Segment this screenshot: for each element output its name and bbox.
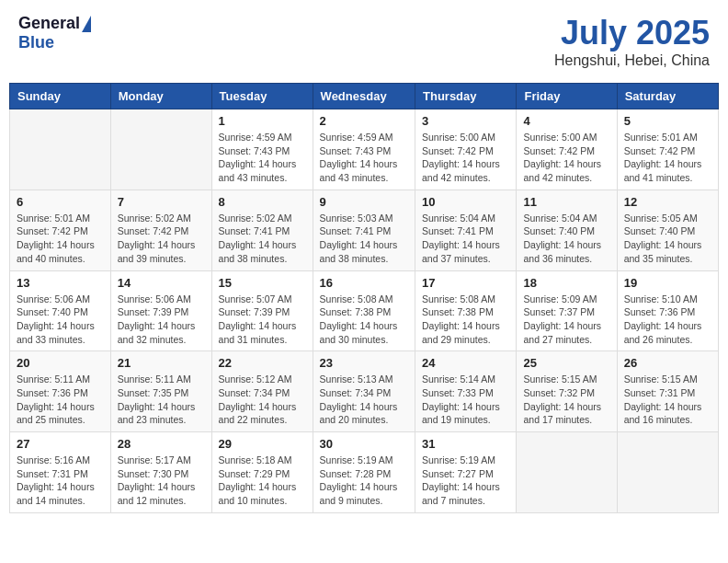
calendar-cell: 27Sunrise: 5:16 AMSunset: 7:31 PMDayligh… <box>10 432 111 513</box>
day-info: Sunrise: 5:01 AMSunset: 7:42 PMDaylight:… <box>17 212 104 266</box>
day-number: 27 <box>17 437 104 451</box>
day-info: Sunrise: 5:02 AMSunset: 7:41 PMDaylight:… <box>219 212 306 266</box>
day-number: 1 <box>219 114 306 128</box>
sunset-text: Sunset: 7:43 PM <box>320 144 408 158</box>
sunrise-text: Sunrise: 5:19 AM <box>320 454 408 467</box>
calendar-cell: 10Sunrise: 5:04 AMSunset: 7:41 PMDayligh… <box>415 190 517 270</box>
calendar-cell: 2Sunrise: 4:59 AMSunset: 7:43 PMDaylight… <box>313 109 415 190</box>
sunrise-text: Sunrise: 5:02 AM <box>118 212 205 225</box>
day-info: Sunrise: 5:11 AMSunset: 7:36 PMDaylight:… <box>17 373 104 427</box>
col-header-friday: Friday <box>517 84 617 109</box>
day-number: 17 <box>422 276 509 290</box>
day-info: Sunrise: 5:00 AMSunset: 7:42 PMDaylight:… <box>523 131 609 185</box>
day-number: 4 <box>523 114 609 128</box>
daylight-text: Daylight: 14 hours and 36 minutes. <box>523 238 609 265</box>
day-number: 2 <box>320 114 408 128</box>
sunrise-text: Sunrise: 5:04 AM <box>523 212 609 225</box>
calendar-cell <box>110 109 211 190</box>
sunset-text: Sunset: 7:40 PM <box>17 305 104 319</box>
day-number: 7 <box>118 195 205 209</box>
daylight-text: Daylight: 14 hours and 10 minutes. <box>219 480 306 507</box>
day-info: Sunrise: 5:08 AMSunset: 7:38 PMDaylight:… <box>422 293 509 347</box>
sunrise-text: Sunrise: 5:01 AM <box>17 212 104 225</box>
calendar-cell: 3Sunrise: 5:00 AMSunset: 7:42 PMDaylight… <box>415 109 517 190</box>
location-subtitle: Hengshui, Hebei, China <box>554 52 710 69</box>
day-number: 23 <box>320 356 408 370</box>
day-info: Sunrise: 5:04 AMSunset: 7:41 PMDaylight:… <box>422 212 509 266</box>
day-info: Sunrise: 5:06 AMSunset: 7:40 PMDaylight:… <box>17 293 104 347</box>
day-number: 16 <box>320 276 408 290</box>
sunset-text: Sunset: 7:39 PM <box>219 305 306 319</box>
calendar-cell: 15Sunrise: 5:07 AMSunset: 7:39 PMDayligh… <box>211 270 313 351</box>
day-number: 18 <box>523 276 609 290</box>
calendar-cell: 1Sunrise: 4:59 AMSunset: 7:43 PMDaylight… <box>211 109 313 190</box>
sunrise-text: Sunrise: 5:09 AM <box>523 293 609 306</box>
title-section: July 2025 Hengshui, Hebei, China <box>554 14 710 69</box>
sunrise-text: Sunrise: 5:08 AM <box>320 293 408 306</box>
day-number: 3 <box>422 114 509 128</box>
daylight-text: Daylight: 14 hours and 19 minutes. <box>422 400 509 427</box>
calendar-week-4: 20Sunrise: 5:11 AMSunset: 7:36 PMDayligh… <box>10 351 719 432</box>
sunrise-text: Sunrise: 5:15 AM <box>523 373 609 386</box>
month-year-title: July 2025 <box>554 14 710 52</box>
day-info: Sunrise: 5:15 AMSunset: 7:32 PMDaylight:… <box>523 373 609 427</box>
calendar-cell: 21Sunrise: 5:11 AMSunset: 7:35 PMDayligh… <box>110 351 211 432</box>
calendar-table: SundayMondayTuesdayWednesdayThursdayFrid… <box>9 83 719 513</box>
daylight-text: Daylight: 14 hours and 39 minutes. <box>118 238 205 265</box>
col-header-sunday: Sunday <box>10 84 111 109</box>
sunrise-text: Sunrise: 5:08 AM <box>422 293 509 306</box>
calendar-cell: 29Sunrise: 5:18 AMSunset: 7:29 PMDayligh… <box>211 432 313 513</box>
calendar-cell: 20Sunrise: 5:11 AMSunset: 7:36 PMDayligh… <box>10 351 111 432</box>
day-number: 14 <box>118 276 205 290</box>
sunrise-text: Sunrise: 5:01 AM <box>624 131 711 144</box>
day-number: 15 <box>219 276 306 290</box>
calendar-cell: 23Sunrise: 5:13 AMSunset: 7:34 PMDayligh… <box>313 351 415 432</box>
day-number: 11 <box>523 195 609 209</box>
calendar-week-2: 6Sunrise: 5:01 AMSunset: 7:42 PMDaylight… <box>10 190 719 270</box>
daylight-text: Daylight: 14 hours and 37 minutes. <box>422 238 509 265</box>
day-info: Sunrise: 5:07 AMSunset: 7:39 PMDaylight:… <box>219 293 306 347</box>
calendar-week-3: 13Sunrise: 5:06 AMSunset: 7:40 PMDayligh… <box>10 270 719 351</box>
page-header: General Blue July 2025 Hengshui, Hebei, … <box>9 9 719 74</box>
calendar-cell: 26Sunrise: 5:15 AMSunset: 7:31 PMDayligh… <box>617 351 718 432</box>
day-number: 6 <box>17 195 104 209</box>
daylight-text: Daylight: 14 hours and 32 minutes. <box>118 319 205 346</box>
day-number: 24 <box>422 356 509 370</box>
calendar-cell <box>10 109 111 190</box>
sunset-text: Sunset: 7:42 PM <box>118 224 205 238</box>
day-info: Sunrise: 5:03 AMSunset: 7:41 PMDaylight:… <box>320 212 408 266</box>
sunrise-text: Sunrise: 5:07 AM <box>219 293 306 306</box>
daylight-text: Daylight: 14 hours and 30 minutes. <box>320 319 408 346</box>
sunset-text: Sunset: 7:28 PM <box>320 467 408 481</box>
daylight-text: Daylight: 14 hours and 12 minutes. <box>118 480 205 507</box>
sunrise-text: Sunrise: 5:11 AM <box>17 373 104 386</box>
daylight-text: Daylight: 14 hours and 20 minutes. <box>320 400 408 427</box>
day-info: Sunrise: 5:12 AMSunset: 7:34 PMDaylight:… <box>219 373 306 427</box>
sunset-text: Sunset: 7:27 PM <box>422 467 509 481</box>
day-number: 20 <box>17 356 104 370</box>
logo-triangle-icon <box>82 16 91 32</box>
sunrise-text: Sunrise: 5:10 AM <box>624 293 711 306</box>
sunset-text: Sunset: 7:30 PM <box>118 467 205 481</box>
calendar-cell: 5Sunrise: 5:01 AMSunset: 7:42 PMDaylight… <box>617 109 718 190</box>
daylight-text: Daylight: 14 hours and 31 minutes. <box>219 319 306 346</box>
sunset-text: Sunset: 7:42 PM <box>523 144 609 158</box>
sunset-text: Sunset: 7:31 PM <box>17 467 104 481</box>
calendar-cell <box>517 432 617 513</box>
logo-general-text: General <box>18 14 80 33</box>
sunset-text: Sunset: 7:34 PM <box>219 386 306 400</box>
calendar-cell: 30Sunrise: 5:19 AMSunset: 7:28 PMDayligh… <box>313 432 415 513</box>
day-number: 9 <box>320 195 408 209</box>
sunset-text: Sunset: 7:42 PM <box>17 224 104 238</box>
day-info: Sunrise: 5:18 AMSunset: 7:29 PMDaylight:… <box>219 454 306 508</box>
day-info: Sunrise: 5:00 AMSunset: 7:42 PMDaylight:… <box>422 131 509 185</box>
day-info: Sunrise: 5:10 AMSunset: 7:36 PMDaylight:… <box>624 293 711 347</box>
calendar-cell: 22Sunrise: 5:12 AMSunset: 7:34 PMDayligh… <box>211 351 313 432</box>
col-header-wednesday: Wednesday <box>313 84 415 109</box>
calendar-cell: 8Sunrise: 5:02 AMSunset: 7:41 PMDaylight… <box>211 190 313 270</box>
sunrise-text: Sunrise: 5:04 AM <box>422 212 509 225</box>
col-header-monday: Monday <box>110 84 211 109</box>
col-header-thursday: Thursday <box>415 84 517 109</box>
sunrise-text: Sunrise: 4:59 AM <box>219 131 306 144</box>
sunrise-text: Sunrise: 5:14 AM <box>422 373 509 386</box>
